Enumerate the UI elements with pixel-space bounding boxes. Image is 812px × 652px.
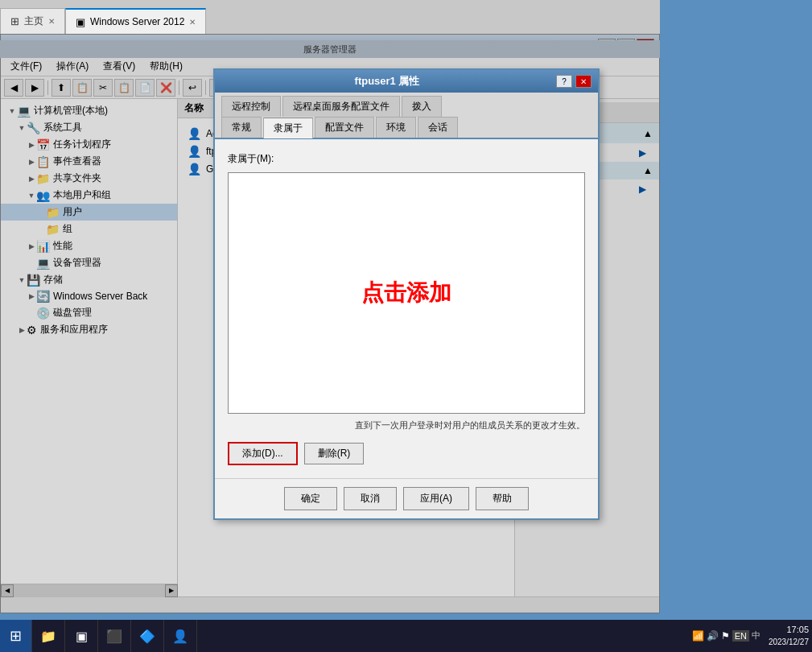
tab-profile[interactable]: 配置文件 <box>315 117 374 138</box>
tab-environment[interactable]: 环境 <box>376 117 416 138</box>
tab-general[interactable]: 常规 <box>221 117 262 138</box>
dialog-titlebar: ftpuser1 属性 ? ✕ <box>215 70 598 93</box>
start-button[interactable]: ⊞ <box>0 620 32 652</box>
member-list-placeholder: 点击添加 <box>361 278 451 308</box>
help-button[interactable]: 帮助 <box>476 487 529 510</box>
taskbar-tray: 📶 🔊 ⚑ EN 中 17:05 2023/12/27 <box>692 624 812 647</box>
dialog-note: 直到下一次用户登录时对用户的组成员关系的更改才生效。 <box>228 419 585 432</box>
member-of-label: 隶属于(M): <box>228 152 585 166</box>
cmd-icon: ⬛ <box>105 626 124 646</box>
taskbar-ie[interactable]: 🔷 <box>131 620 164 652</box>
tab-home-close[interactable]: ✕ <box>48 17 55 26</box>
tab-server-icon: ▣ <box>76 16 85 28</box>
tab-home-label: 主页 <box>24 14 43 28</box>
member-list-box: 点击添加 <box>228 172 585 414</box>
tab-server-label: Windows Server 2012 <box>90 16 184 27</box>
flag-icon: ⚑ <box>721 630 730 642</box>
taskbar-server-mgr[interactable]: ▣ <box>65 620 98 652</box>
explorer-icon: 📁 <box>39 626 58 646</box>
tab-member-of[interactable]: 隶属于 <box>263 118 313 138</box>
tab-remote-desktop[interactable]: 远程桌面服务配置文件 <box>282 96 400 117</box>
server-mgr-icon: ▣ <box>72 626 91 646</box>
user-taskbar-icon: 👤 <box>171 626 190 646</box>
ie-icon: 🔷 <box>138 626 157 646</box>
dialog-title: ftpuser1 属性 <box>221 74 553 89</box>
start-icon: ⊞ <box>10 627 22 645</box>
apply-button[interactable]: 应用(A) <box>403 487 469 510</box>
dialog-close-button[interactable]: ✕ <box>575 75 591 88</box>
tab-home[interactable]: ⊞ 主页 ✕ <box>0 8 65 34</box>
browser-tabs-bar: ⊞ 主页 ✕ ▣ Windows Server 2012 ✕ <box>0 0 660 34</box>
taskbar-explorer[interactable]: 📁 <box>32 620 65 652</box>
tab-remote-control[interactable]: 远程控制 <box>221 96 281 117</box>
tab-session[interactable]: 会话 <box>418 117 458 138</box>
remove-button[interactable]: 删除(R) <box>304 443 365 464</box>
dialog-help-button[interactable]: ? <box>556 75 572 88</box>
network-icon: 📶 <box>692 630 704 642</box>
tab-server[interactable]: ▣ Windows Server 2012 ✕ <box>65 8 206 34</box>
taskbar-datetime: 17:05 2023/12/27 <box>769 624 809 647</box>
dialog-tabs-row1: 远程控制 远程桌面服务配置文件 拨入 <box>215 93 598 117</box>
taskbar-time-text: 17:05 <box>769 624 809 636</box>
input-method: 中 <box>752 629 760 642</box>
taskbar-date-text: 2023/12/27 <box>769 637 809 648</box>
add-button[interactable]: 添加(D)... <box>228 442 298 465</box>
dialog-tabs-row2: 常规 隶属于 配置文件 环境 会话 <box>215 117 598 139</box>
sys-tray-icons: 📶 🔊 ⚑ EN 中 <box>692 629 760 642</box>
cancel-button[interactable]: 取消 <box>344 487 397 510</box>
lang-indicator: EN <box>732 630 749 642</box>
taskbar: ⊞ 📁 ▣ ⬛ 🔷 👤 📶 🔊 ⚑ EN 中 17:05 2023/12/27 <box>0 620 812 652</box>
dialog-content: 隶属于(M): 点击添加 直到下一次用户登录时对用户的组成员关系的更改才生效。 … <box>215 139 598 478</box>
ok-button[interactable]: 确定 <box>284 487 337 510</box>
property-dialog: ftpuser1 属性 ? ✕ 远程控制 远程桌面服务配置文件 拨入 常规 隶属… <box>213 68 600 520</box>
tab-server-close[interactable]: ✕ <box>189 18 196 27</box>
tab-home-icon: ⊞ <box>10 15 19 27</box>
sound-icon: 🔊 <box>707 630 719 642</box>
taskbar-cmd[interactable]: ⬛ <box>98 620 131 652</box>
dialog-action-row: 添加(D)... 删除(R) <box>228 442 585 465</box>
tab-dial-in[interactable]: 拨入 <box>402 96 442 117</box>
taskbar-user[interactable]: 👤 <box>164 620 197 652</box>
dialog-bottom-row: 确定 取消 应用(A) 帮助 <box>215 478 598 518</box>
